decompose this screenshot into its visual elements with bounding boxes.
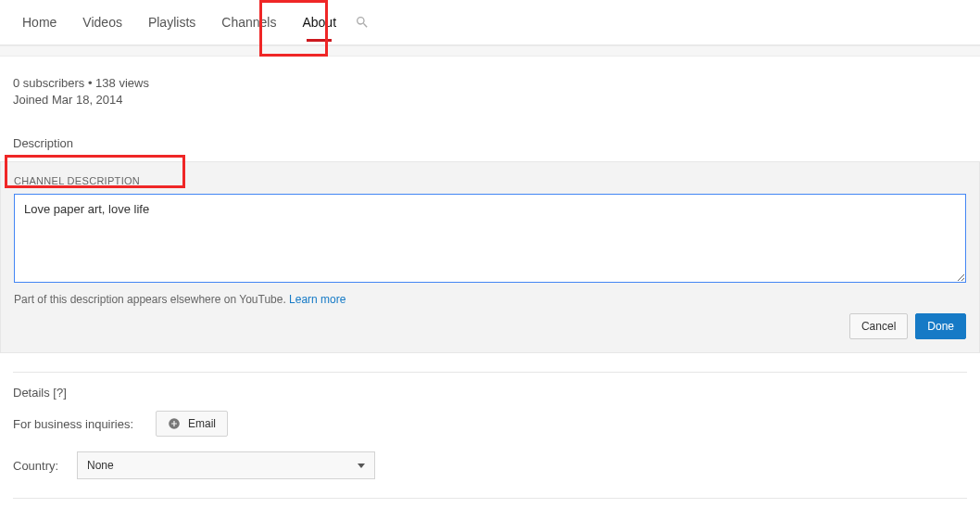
country-select[interactable]: None bbox=[77, 451, 375, 479]
country-label: Country: bbox=[13, 459, 64, 473]
description-help-text: Part of this description appears elsewhe… bbox=[14, 293, 346, 306]
description-section-title: Description bbox=[13, 136, 967, 150]
tab-channels-label: Channels bbox=[221, 15, 276, 30]
tab-home[interactable]: Home bbox=[9, 0, 69, 44]
subscribers-views: 0 subscribers • 138 views bbox=[13, 75, 967, 92]
search-icon[interactable] bbox=[355, 15, 370, 30]
details-section-title: Details [?] bbox=[13, 386, 967, 400]
tab-playlists[interactable]: Playlists bbox=[135, 0, 208, 44]
tab-home-label: Home bbox=[22, 15, 57, 30]
plus-circle-icon bbox=[168, 417, 181, 430]
channel-description-label: CHANNEL DESCRIPTION bbox=[14, 175, 966, 186]
chevron-down-icon bbox=[358, 464, 365, 468]
tab-about-label: About bbox=[302, 15, 336, 30]
add-email-button[interactable]: Email bbox=[156, 411, 228, 437]
country-row: Country: None bbox=[13, 451, 967, 479]
tab-videos-label: Videos bbox=[82, 15, 122, 30]
business-inquiries-row: For business inquiries: Email bbox=[13, 411, 967, 437]
tabs-divider bbox=[0, 45, 980, 57]
email-button-label: Email bbox=[188, 417, 216, 430]
joined-date: Joined Mar 18, 2014 bbox=[13, 92, 967, 108]
done-button[interactable]: Done bbox=[915, 313, 966, 339]
description-edit-panel: CHANNEL DESCRIPTION Part of this descrip… bbox=[0, 161, 980, 353]
channel-description-input[interactable] bbox=[14, 194, 966, 283]
channel-stats: 0 subscribers • 138 views Joined Mar 18,… bbox=[13, 75, 967, 108]
business-inquiries-label: For business inquiries: bbox=[13, 417, 143, 431]
learn-more-link[interactable]: Learn more bbox=[289, 293, 346, 306]
divider-2 bbox=[13, 498, 967, 499]
divider-1 bbox=[13, 372, 967, 373]
tab-videos[interactable]: Videos bbox=[69, 0, 135, 44]
cancel-button[interactable]: Cancel bbox=[849, 313, 908, 339]
about-content: 0 subscribers • 138 views Joined Mar 18,… bbox=[0, 57, 980, 508]
channel-tabs: Home Videos Playlists Channels About bbox=[0, 0, 980, 45]
tab-about[interactable]: About bbox=[289, 0, 349, 44]
tab-playlists-label: Playlists bbox=[148, 15, 195, 30]
description-help-text-body: Part of this description appears elsewhe… bbox=[14, 293, 289, 306]
tab-channels[interactable]: Channels bbox=[208, 0, 289, 44]
country-selected-value: None bbox=[87, 459, 114, 472]
